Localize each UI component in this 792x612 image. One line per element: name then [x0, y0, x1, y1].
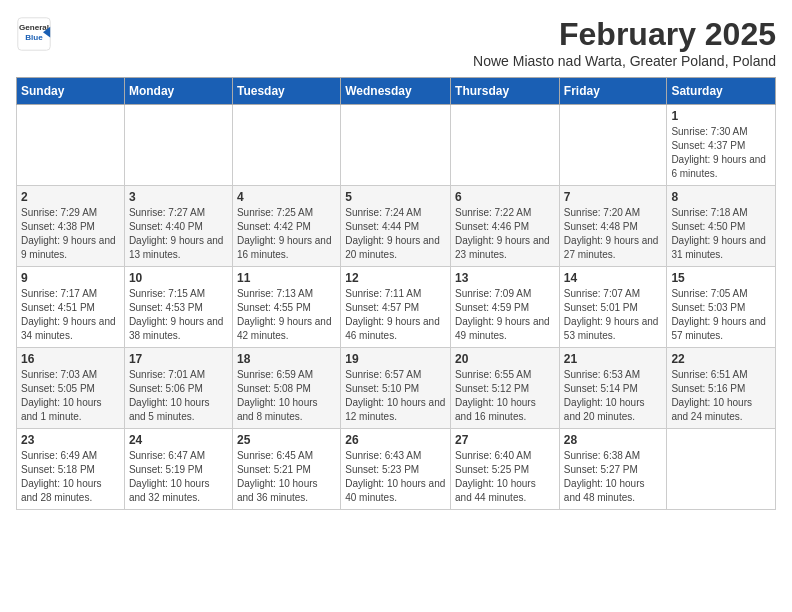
weekday-header-tuesday: Tuesday — [232, 78, 340, 105]
day-number: 22 — [671, 352, 771, 366]
day-info: Sunrise: 7:18 AM Sunset: 4:50 PM Dayligh… — [671, 206, 771, 262]
calendar-cell: 27Sunrise: 6:40 AM Sunset: 5:25 PM Dayli… — [451, 429, 560, 510]
day-number: 5 — [345, 190, 446, 204]
subtitle: Nowe Miasto nad Warta, Greater Poland, P… — [473, 53, 776, 69]
calendar-cell: 12Sunrise: 7:11 AM Sunset: 4:57 PM Dayli… — [341, 267, 451, 348]
day-number: 9 — [21, 271, 120, 285]
day-info: Sunrise: 7:15 AM Sunset: 4:53 PM Dayligh… — [129, 287, 228, 343]
logo: General Blue — [16, 16, 52, 52]
calendar-cell: 6Sunrise: 7:22 AM Sunset: 4:46 PM Daylig… — [451, 186, 560, 267]
calendar-cell: 15Sunrise: 7:05 AM Sunset: 5:03 PM Dayli… — [667, 267, 776, 348]
calendar-cell: 9Sunrise: 7:17 AM Sunset: 4:51 PM Daylig… — [17, 267, 125, 348]
calendar-cell: 18Sunrise: 6:59 AM Sunset: 5:08 PM Dayli… — [232, 348, 340, 429]
weekday-header-monday: Monday — [124, 78, 232, 105]
day-number: 3 — [129, 190, 228, 204]
day-info: Sunrise: 6:49 AM Sunset: 5:18 PM Dayligh… — [21, 449, 120, 505]
calendar: SundayMondayTuesdayWednesdayThursdayFrid… — [16, 77, 776, 510]
calendar-cell — [232, 105, 340, 186]
calendar-cell: 16Sunrise: 7:03 AM Sunset: 5:05 PM Dayli… — [17, 348, 125, 429]
day-info: Sunrise: 6:38 AM Sunset: 5:27 PM Dayligh… — [564, 449, 663, 505]
day-number: 19 — [345, 352, 446, 366]
day-number: 11 — [237, 271, 336, 285]
calendar-cell: 11Sunrise: 7:13 AM Sunset: 4:55 PM Dayli… — [232, 267, 340, 348]
calendar-cell: 21Sunrise: 6:53 AM Sunset: 5:14 PM Dayli… — [559, 348, 667, 429]
day-number: 21 — [564, 352, 663, 366]
day-info: Sunrise: 6:43 AM Sunset: 5:23 PM Dayligh… — [345, 449, 446, 505]
calendar-cell — [341, 105, 451, 186]
day-number: 15 — [671, 271, 771, 285]
logo-icon: General Blue — [16, 16, 52, 52]
calendar-cell: 26Sunrise: 6:43 AM Sunset: 5:23 PM Dayli… — [341, 429, 451, 510]
day-info: Sunrise: 7:29 AM Sunset: 4:38 PM Dayligh… — [21, 206, 120, 262]
calendar-cell: 24Sunrise: 6:47 AM Sunset: 5:19 PM Dayli… — [124, 429, 232, 510]
calendar-cell: 7Sunrise: 7:20 AM Sunset: 4:48 PM Daylig… — [559, 186, 667, 267]
calendar-cell: 20Sunrise: 6:55 AM Sunset: 5:12 PM Dayli… — [451, 348, 560, 429]
day-info: Sunrise: 7:03 AM Sunset: 5:05 PM Dayligh… — [21, 368, 120, 424]
calendar-cell: 25Sunrise: 6:45 AM Sunset: 5:21 PM Dayli… — [232, 429, 340, 510]
weekday-header-thursday: Thursday — [451, 78, 560, 105]
calendar-cell: 8Sunrise: 7:18 AM Sunset: 4:50 PM Daylig… — [667, 186, 776, 267]
calendar-cell — [559, 105, 667, 186]
day-info: Sunrise: 7:01 AM Sunset: 5:06 PM Dayligh… — [129, 368, 228, 424]
day-number: 20 — [455, 352, 555, 366]
day-info: Sunrise: 7:09 AM Sunset: 4:59 PM Dayligh… — [455, 287, 555, 343]
calendar-cell: 2Sunrise: 7:29 AM Sunset: 4:38 PM Daylig… — [17, 186, 125, 267]
calendar-cell: 5Sunrise: 7:24 AM Sunset: 4:44 PM Daylig… — [341, 186, 451, 267]
calendar-cell: 14Sunrise: 7:07 AM Sunset: 5:01 PM Dayli… — [559, 267, 667, 348]
day-number: 1 — [671, 109, 771, 123]
day-info: Sunrise: 7:24 AM Sunset: 4:44 PM Dayligh… — [345, 206, 446, 262]
day-info: Sunrise: 7:20 AM Sunset: 4:48 PM Dayligh… — [564, 206, 663, 262]
day-number: 26 — [345, 433, 446, 447]
calendar-cell: 3Sunrise: 7:27 AM Sunset: 4:40 PM Daylig… — [124, 186, 232, 267]
day-info: Sunrise: 6:53 AM Sunset: 5:14 PM Dayligh… — [564, 368, 663, 424]
day-number: 28 — [564, 433, 663, 447]
day-info: Sunrise: 6:45 AM Sunset: 5:21 PM Dayligh… — [237, 449, 336, 505]
day-info: Sunrise: 7:27 AM Sunset: 4:40 PM Dayligh… — [129, 206, 228, 262]
day-number: 25 — [237, 433, 336, 447]
day-info: Sunrise: 6:55 AM Sunset: 5:12 PM Dayligh… — [455, 368, 555, 424]
calendar-cell: 1Sunrise: 7:30 AM Sunset: 4:37 PM Daylig… — [667, 105, 776, 186]
calendar-cell: 17Sunrise: 7:01 AM Sunset: 5:06 PM Dayli… — [124, 348, 232, 429]
day-number: 18 — [237, 352, 336, 366]
calendar-cell: 28Sunrise: 6:38 AM Sunset: 5:27 PM Dayli… — [559, 429, 667, 510]
day-info: Sunrise: 6:47 AM Sunset: 5:19 PM Dayligh… — [129, 449, 228, 505]
day-info: Sunrise: 7:17 AM Sunset: 4:51 PM Dayligh… — [21, 287, 120, 343]
day-number: 4 — [237, 190, 336, 204]
calendar-cell — [124, 105, 232, 186]
day-number: 27 — [455, 433, 555, 447]
calendar-cell: 22Sunrise: 6:51 AM Sunset: 5:16 PM Dayli… — [667, 348, 776, 429]
day-info: Sunrise: 6:40 AM Sunset: 5:25 PM Dayligh… — [455, 449, 555, 505]
day-info: Sunrise: 7:22 AM Sunset: 4:46 PM Dayligh… — [455, 206, 555, 262]
day-number: 8 — [671, 190, 771, 204]
day-number: 23 — [21, 433, 120, 447]
calendar-cell — [17, 105, 125, 186]
calendar-cell: 10Sunrise: 7:15 AM Sunset: 4:53 PM Dayli… — [124, 267, 232, 348]
calendar-cell — [451, 105, 560, 186]
calendar-cell: 19Sunrise: 6:57 AM Sunset: 5:10 PM Dayli… — [341, 348, 451, 429]
day-number: 17 — [129, 352, 228, 366]
day-number: 10 — [129, 271, 228, 285]
day-info: Sunrise: 7:30 AM Sunset: 4:37 PM Dayligh… — [671, 125, 771, 181]
title-section: February 2025 Nowe Miasto nad Warta, Gre… — [473, 16, 776, 69]
main-title: February 2025 — [473, 16, 776, 53]
weekday-header-wednesday: Wednesday — [341, 78, 451, 105]
day-info: Sunrise: 7:05 AM Sunset: 5:03 PM Dayligh… — [671, 287, 771, 343]
day-number: 6 — [455, 190, 555, 204]
calendar-cell — [667, 429, 776, 510]
svg-text:Blue: Blue — [25, 33, 43, 42]
day-info: Sunrise: 7:07 AM Sunset: 5:01 PM Dayligh… — [564, 287, 663, 343]
calendar-cell: 23Sunrise: 6:49 AM Sunset: 5:18 PM Dayli… — [17, 429, 125, 510]
day-number: 16 — [21, 352, 120, 366]
day-number: 7 — [564, 190, 663, 204]
day-number: 2 — [21, 190, 120, 204]
day-info: Sunrise: 7:11 AM Sunset: 4:57 PM Dayligh… — [345, 287, 446, 343]
day-number: 14 — [564, 271, 663, 285]
day-info: Sunrise: 7:25 AM Sunset: 4:42 PM Dayligh… — [237, 206, 336, 262]
weekday-header-sunday: Sunday — [17, 78, 125, 105]
day-info: Sunrise: 6:57 AM Sunset: 5:10 PM Dayligh… — [345, 368, 446, 424]
day-number: 24 — [129, 433, 228, 447]
day-number: 12 — [345, 271, 446, 285]
day-number: 13 — [455, 271, 555, 285]
day-info: Sunrise: 7:13 AM Sunset: 4:55 PM Dayligh… — [237, 287, 336, 343]
calendar-cell: 4Sunrise: 7:25 AM Sunset: 4:42 PM Daylig… — [232, 186, 340, 267]
